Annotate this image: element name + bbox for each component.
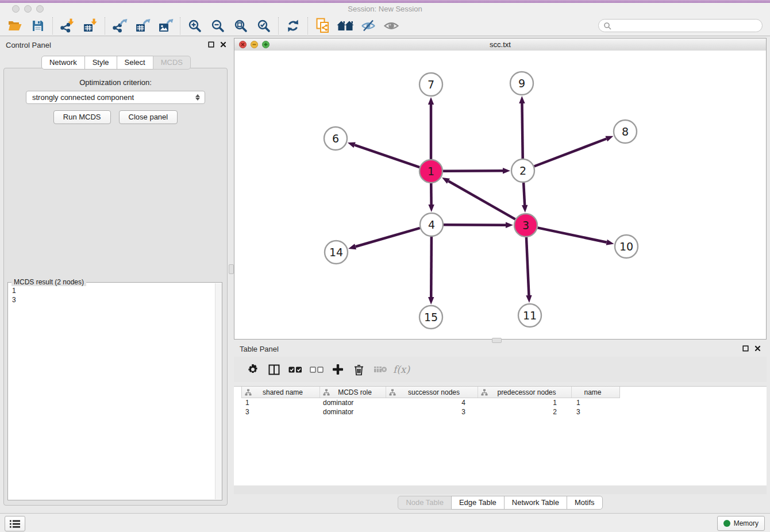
search-box[interactable] — [598, 19, 763, 32]
zoom-fit-button[interactable] — [229, 17, 252, 35]
table-tabs: Node Table Edge Table Network Table Moti… — [234, 496, 767, 510]
graph-edge-arrowhead — [348, 142, 356, 148]
column-header-shared-name[interactable]: shared name — [242, 387, 319, 398]
mcds-result-scrollbar[interactable] — [215, 283, 222, 499]
cell-name: 1 — [571, 399, 619, 407]
graph-edge-1-6[interactable] — [355, 145, 419, 167]
selected-criterion: strongly connected component — [26, 93, 192, 102]
refresh-button[interactable] — [282, 17, 305, 35]
graph-edge-arrowhead — [428, 205, 434, 212]
deselect-all-button[interactable] — [306, 360, 327, 379]
search-icon — [603, 22, 611, 30]
column-header-mcds-role[interactable]: MCDS role — [319, 387, 386, 398]
trash-icon — [353, 364, 364, 376]
tab-mcds[interactable]: MCDS — [153, 56, 191, 70]
optimization-criterion-select[interactable]: strongly connected component — [26, 91, 205, 104]
graph-edge-3-1[interactable] — [448, 181, 515, 219]
graph-edge-4-15[interactable] — [431, 237, 432, 297]
graph-edge-3-10[interactable] — [538, 228, 607, 242]
graph-edge-1-2[interactable] — [443, 171, 503, 171]
select-all-button[interactable] — [284, 360, 306, 379]
tab-select[interactable]: Select — [117, 56, 153, 70]
duplicate-network-button[interactable] — [311, 17, 334, 35]
open-folder-icon — [8, 20, 22, 32]
column-header-successor-nodes[interactable]: successor nodes — [386, 387, 478, 398]
list-icon — [9, 519, 21, 529]
column-header-name[interactable]: name — [571, 387, 619, 398]
control-panel: Control Panel Network Style Select MCDS … — [0, 38, 232, 511]
graph-edge-4-3[interactable] — [444, 225, 506, 225]
memory-button[interactable]: Memory — [717, 516, 765, 531]
search-input[interactable] — [614, 21, 762, 30]
import-table-button[interactable] — [79, 17, 102, 35]
delete-table-button[interactable] — [369, 360, 391, 379]
node-table: shared name MCDS role successor nodes pr… — [234, 386, 767, 487]
close-panel-icon[interactable] — [220, 41, 226, 48]
column-type-icon — [481, 389, 488, 396]
table-horizontal-scrollbar[interactable] — [234, 485, 767, 494]
graph-edge-4-14[interactable] — [356, 228, 420, 246]
tab-edge-table[interactable]: Edge Table — [451, 496, 505, 510]
toolbar-separator — [307, 17, 308, 34]
show-eye-button[interactable] — [380, 17, 403, 35]
graph-edge-arrowhead — [428, 297, 434, 304]
tab-style[interactable]: Style — [84, 56, 117, 70]
graph-edge-3-11[interactable] — [526, 237, 529, 295]
vertical-splitter-handle[interactable] — [229, 264, 234, 274]
graph-edge-arrowhead — [606, 240, 614, 245]
delete-row-button[interactable] — [348, 360, 369, 379]
tab-network[interactable]: Network — [41, 56, 85, 70]
graph-edge-2-9[interactable] — [522, 103, 522, 159]
add-row-button[interactable] — [327, 360, 348, 379]
graph-edge-arrowhead — [519, 96, 525, 103]
refresh-icon — [286, 19, 300, 33]
cell-mcds-role: dominator — [319, 399, 385, 407]
mcds-result-text[interactable]: 1 3 — [8, 284, 215, 500]
deselect-all-icon — [310, 366, 324, 373]
toolbar-separator — [180, 17, 180, 34]
graph-edge-2-8[interactable] — [534, 138, 607, 166]
export-network-button[interactable] — [108, 17, 131, 35]
show-column-button[interactable] — [263, 360, 284, 379]
run-mcds-button[interactable]: Run MCDS — [53, 110, 111, 124]
network-window: scc.txt 7968124314101511 — [234, 38, 767, 340]
float-panel-icon[interactable] — [208, 41, 214, 48]
open-session-button[interactable] — [3, 17, 26, 35]
graph-edge-2-3[interactable] — [523, 183, 525, 205]
zoom-out-icon — [211, 19, 225, 33]
show-eye-icon — [384, 20, 399, 32]
tab-motifs[interactable]: Motifs — [567, 496, 603, 510]
zoom-out-button[interactable] — [206, 17, 229, 35]
import-network-button[interactable] — [56, 17, 79, 35]
column-header-predecessor-nodes[interactable]: predecessor nodes — [478, 387, 571, 398]
zoom-selected-button[interactable] — [252, 17, 275, 35]
duplicate-network-icon — [315, 18, 330, 33]
close-table-panel-icon[interactable] — [754, 345, 761, 352]
float-table-panel-icon[interactable] — [742, 345, 749, 352]
zoom-in-button[interactable] — [183, 17, 206, 35]
graph-edge-arrowhead — [605, 136, 613, 142]
table-settings-button[interactable] — [242, 360, 263, 379]
hide-eye-button[interactable] — [357, 17, 380, 35]
panel-list-button[interactable] — [5, 516, 25, 531]
function-builder-button[interactable]: f(x) — [391, 360, 412, 379]
table-row[interactable]: 1 dominator 4 1 1 — [241, 398, 619, 407]
export-image-button[interactable] — [154, 17, 177, 35]
memory-status-icon — [723, 520, 730, 527]
network-canvas[interactable]: 7968124314101511 — [234, 51, 766, 339]
close-panel-button[interactable]: Close panel — [119, 110, 178, 124]
mcds-result-field: MCDS result (2 nodes) 1 3 — [7, 282, 222, 500]
cell-shared-name: 1 — [241, 399, 319, 407]
export-table-button[interactable] — [131, 17, 154, 35]
graph-edge-arrowhead — [506, 222, 513, 228]
tab-network-table[interactable]: Network Table — [504, 496, 567, 510]
graph-edge-arrowhead — [442, 178, 450, 184]
import-table-icon — [83, 18, 98, 33]
save-session-button[interactable] — [26, 17, 49, 35]
horizontal-splitter-handle[interactable] — [492, 338, 502, 343]
control-panel-header: Control Panel — [0, 38, 232, 52]
homes-button[interactable] — [334, 17, 357, 35]
tab-node-table[interactable]: Node Table — [398, 496, 452, 510]
graph-edge-arrowhead — [526, 295, 532, 303]
table-row[interactable]: 3 dominator 3 2 3 — [241, 407, 619, 417]
